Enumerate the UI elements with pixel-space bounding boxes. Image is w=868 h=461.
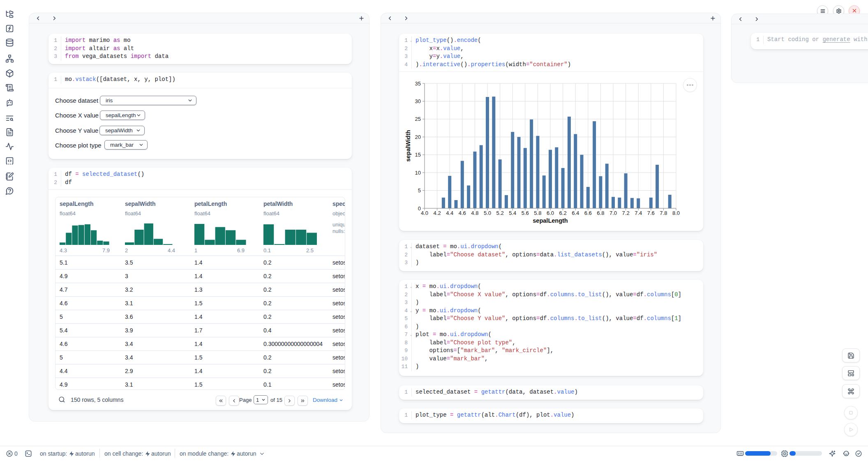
svg-text:4.8: 4.8	[471, 210, 478, 216]
svg-text:4.6: 4.6	[459, 210, 466, 216]
svg-text:sepalWidth: sepalWidth	[405, 130, 411, 161]
svg-text:5.6: 5.6	[522, 210, 529, 216]
svg-text:6.0: 6.0	[547, 210, 554, 216]
svg-text:20: 20	[415, 134, 421, 140]
svg-text:5.2: 5.2	[496, 210, 504, 216]
svg-text:sepalLength: sepalLength	[533, 217, 568, 224]
svg-text:4.2: 4.2	[434, 210, 441, 216]
svg-text:5.8: 5.8	[534, 210, 541, 216]
svg-text:30: 30	[415, 98, 421, 104]
svg-text:10: 10	[415, 170, 421, 176]
svg-text:6.4: 6.4	[572, 210, 579, 216]
svg-text:4.4: 4.4	[446, 210, 453, 216]
svg-text:35: 35	[415, 81, 421, 87]
svg-text:25: 25	[415, 116, 421, 122]
svg-text:15: 15	[415, 152, 421, 158]
svg-text:5.0: 5.0	[484, 210, 491, 216]
svg-text:6.6: 6.6	[584, 210, 592, 216]
svg-text:7.2: 7.2	[622, 210, 630, 216]
svg-text:5: 5	[418, 187, 421, 194]
svg-text:7.8: 7.8	[660, 210, 667, 216]
svg-text:8.0: 8.0	[672, 210, 680, 216]
svg-text:7.4: 7.4	[635, 210, 642, 216]
svg-text:7.0: 7.0	[609, 210, 617, 216]
svg-text:0: 0	[418, 205, 421, 212]
svg-text:6.2: 6.2	[559, 210, 567, 216]
svg-text:7.6: 7.6	[647, 210, 655, 216]
svg-text:6.8: 6.8	[597, 210, 604, 216]
svg-text:4.0: 4.0	[421, 210, 428, 216]
svg-text:5.4: 5.4	[509, 210, 516, 216]
